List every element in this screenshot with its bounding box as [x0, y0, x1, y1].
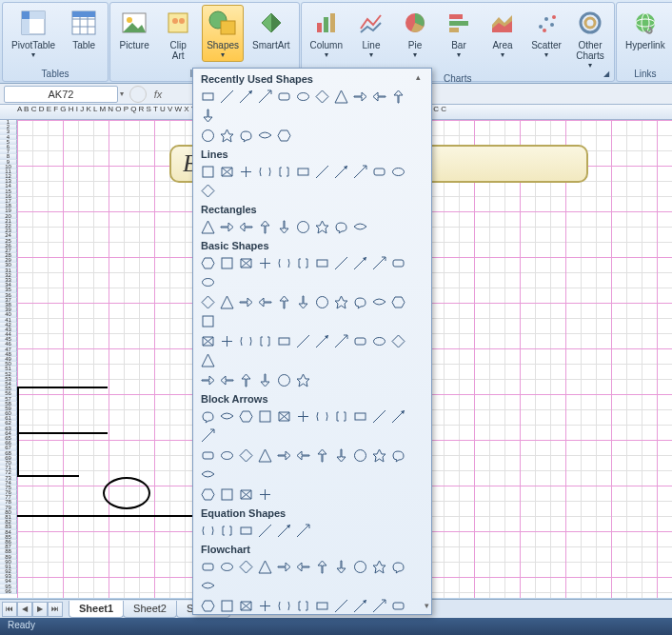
shape-item[interactable] [218, 558, 236, 576]
shape-item[interactable] [389, 163, 407, 181]
shape-item[interactable] [199, 312, 217, 330]
shape-item[interactable] [256, 218, 274, 236]
charts-launcher[interactable]: ◢ [601, 68, 612, 79]
shape-item[interactable] [351, 88, 369, 106]
shape-item[interactable] [313, 446, 331, 465]
tab-last[interactable]: ⏭ [48, 602, 63, 617]
shape-item[interactable] [256, 371, 274, 389]
shape-item[interactable] [370, 88, 388, 106]
shape-item[interactable] [294, 254, 312, 272]
shape-item[interactable] [370, 254, 388, 272]
shape-item[interactable] [237, 407, 255, 426]
shape-item[interactable] [351, 446, 369, 465]
shape-item[interactable] [332, 558, 350, 576]
shape-item[interactable] [218, 597, 236, 614]
shape-item[interactable] [237, 163, 255, 181]
name-box[interactable]: AK72 [4, 86, 118, 103]
shape-item[interactable] [370, 163, 388, 181]
shape-item[interactable] [218, 332, 236, 350]
shape-item[interactable] [275, 371, 293, 389]
shape-item[interactable] [237, 254, 255, 272]
bar-chart-button[interactable]: Bar▾ [439, 5, 479, 62]
sheet-tab-sheet2[interactable]: Sheet2 [123, 601, 177, 618]
shape-item[interactable] [256, 446, 274, 465]
table-button[interactable]: Table [64, 5, 104, 53]
shape-item[interactable] [256, 522, 274, 540]
shape-item[interactable] [389, 88, 407, 106]
shape-item[interactable] [332, 407, 350, 426]
shape-item[interactable] [275, 127, 293, 145]
shape-item[interactable] [218, 254, 236, 272]
shape-item[interactable] [370, 332, 388, 350]
shape-item[interactable] [237, 486, 255, 504]
shape-item[interactable] [351, 597, 369, 614]
shape-item[interactable] [332, 254, 350, 272]
shape-item[interactable] [237, 218, 255, 236]
shape-item[interactable] [256, 127, 274, 145]
shape-item[interactable] [199, 88, 217, 106]
shape-item[interactable] [199, 332, 217, 350]
shape-item[interactable] [218, 446, 236, 465]
shape-item[interactable] [237, 127, 255, 145]
shape-item[interactable] [294, 293, 312, 311]
shape-item[interactable] [199, 127, 217, 145]
shape-item[interactable] [275, 332, 293, 350]
shape-item[interactable] [351, 254, 369, 272]
row-headers[interactable]: 1234567891011121314151617181920212223242… [0, 120, 17, 598]
shape-item[interactable] [351, 163, 369, 181]
shape-item[interactable] [199, 522, 217, 540]
shape-item[interactable] [199, 107, 217, 125]
shape-item[interactable] [256, 558, 274, 576]
shape-item[interactable] [256, 293, 274, 311]
shape-item[interactable] [389, 446, 407, 465]
shape-item[interactable] [199, 486, 217, 504]
shape-item[interactable] [294, 597, 312, 614]
shape-item[interactable] [332, 446, 350, 465]
shape-item[interactable] [294, 522, 312, 540]
shape-item[interactable] [313, 558, 331, 576]
shape-item[interactable] [389, 254, 407, 272]
shape-item[interactable] [313, 407, 331, 426]
clipart-button[interactable]: ClipArt [158, 5, 198, 64]
shape-item[interactable] [275, 163, 293, 181]
shape-item[interactable] [256, 407, 274, 426]
shape-item[interactable] [389, 407, 407, 426]
shape-item[interactable] [275, 407, 293, 426]
shape-item[interactable] [218, 293, 236, 311]
shape-item[interactable] [256, 163, 274, 181]
shape-item[interactable] [237, 371, 255, 389]
shape-item[interactable] [313, 254, 331, 272]
sheet-tab-sheet1[interactable]: Sheet1 [69, 601, 124, 618]
shape-item[interactable] [199, 218, 217, 236]
shape-item[interactable] [389, 332, 407, 350]
shape-item[interactable] [199, 254, 217, 272]
shape-item[interactable] [237, 522, 255, 540]
shape-item[interactable] [199, 351, 217, 369]
other-charts-button[interactable]: OtherCharts▾ [570, 5, 610, 72]
shape-item[interactable] [199, 466, 217, 484]
shape-item[interactable] [237, 446, 255, 465]
shape-item[interactable] [313, 332, 331, 350]
shape-item[interactable] [218, 486, 236, 504]
shape-item[interactable] [351, 407, 369, 426]
smartart-button[interactable]: SmartArt [247, 5, 294, 53]
shape-item[interactable] [237, 293, 255, 311]
shape-item[interactable] [294, 407, 312, 426]
shape-item[interactable] [199, 577, 217, 595]
shape-item[interactable] [332, 163, 350, 181]
shape-item[interactable] [351, 332, 369, 350]
shape-item[interactable] [275, 218, 293, 236]
shape-item[interactable] [294, 446, 312, 465]
shape-item[interactable] [294, 332, 312, 350]
shape-item[interactable] [275, 522, 293, 540]
line-chart-button[interactable]: Line▾ [351, 5, 391, 62]
shape-item[interactable] [275, 293, 293, 311]
shape-item[interactable] [389, 293, 407, 311]
picture-button[interactable]: Picture [114, 5, 154, 53]
shape-item[interactable] [199, 371, 217, 389]
shape-item[interactable] [313, 597, 331, 614]
shape-item[interactable] [275, 446, 293, 465]
shape-item[interactable] [218, 163, 236, 181]
tab-first[interactable]: ⏮ [2, 602, 17, 617]
shape-item[interactable] [389, 597, 407, 614]
